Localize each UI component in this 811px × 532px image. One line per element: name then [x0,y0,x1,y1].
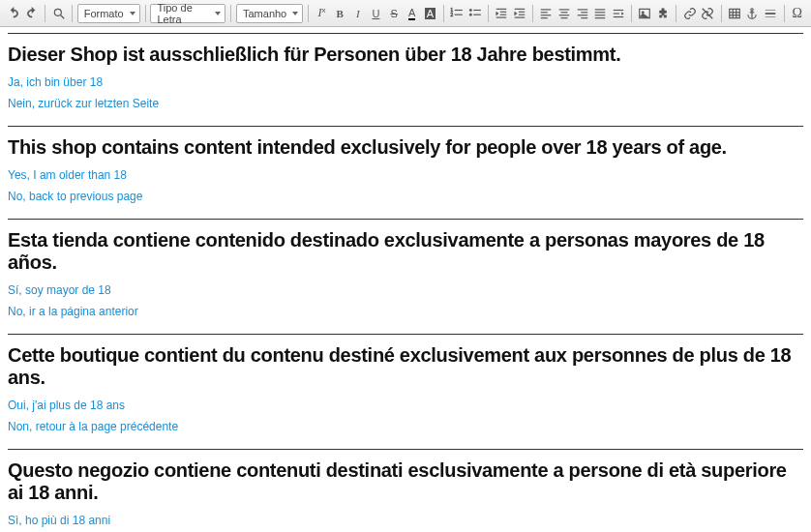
separator [45,5,45,22]
strikethrough-icon[interactable]: S [386,4,403,23]
yes-link[interactable]: Yes, I am older than 18 [8,168,803,182]
unlink-icon[interactable] [700,4,716,23]
separator [532,5,533,22]
bold-icon[interactable]: B [332,4,348,23]
ordered-list-icon[interactable]: 12 [449,4,466,23]
redo-icon[interactable] [24,4,41,23]
format-label: Formato [84,8,124,19]
separator [721,5,722,22]
search-icon[interactable] [50,4,67,23]
anchor-icon[interactable] [744,4,761,23]
hr-icon[interactable] [763,4,779,23]
yes-link[interactable]: Ja, ich bin über 18 [8,75,803,89]
heading: Cette boutique contient du contenu desti… [8,344,803,389]
separator [230,5,231,22]
svg-point-6 [469,9,471,11]
section-de: Dieser Shop ist ausschließlich für Perso… [8,33,803,126]
svg-point-45 [751,8,753,10]
italic-icon[interactable]: I [349,4,366,23]
undo-icon[interactable] [6,4,22,23]
image-icon[interactable] [637,4,653,23]
separator [72,5,73,22]
heading: Esta tienda contiene contenido destinado… [8,229,803,274]
align-center-icon[interactable] [556,4,573,23]
align-right-icon[interactable] [574,4,590,23]
yes-link[interactable]: Sì, ho più di 18 anni [8,514,803,527]
section-en: This shop contains content intended excl… [8,126,803,219]
clear-format-icon[interactable]: Ix [314,4,330,23]
svg-rect-40 [730,9,740,17]
font-select[interactable]: Tipo de Letra [150,4,225,23]
heading: Questo negozio contiene contenuti destin… [8,459,803,504]
size-select[interactable]: Tamanho [236,4,303,23]
section-fr: Cette boutique contient du contenu desti… [8,334,803,449]
outdent-icon[interactable] [494,4,510,23]
bg-color-icon[interactable]: A [422,4,438,23]
separator [308,5,309,22]
separator [631,5,632,22]
svg-point-0 [54,9,61,15]
yes-link[interactable]: Oui, j'ai plus de 18 ans [8,399,803,412]
no-link[interactable]: Nein, zurück zur letzten Seite [8,97,803,110]
link-icon[interactable] [681,4,698,23]
svg-point-8 [469,14,471,15]
separator [676,5,676,22]
font-label: Tipo de Letra [157,2,209,25]
section-es: Esta tienda contiene contenido destinado… [8,219,803,334]
separator [488,5,489,22]
yes-link[interactable]: Sí, soy mayor de 18 [8,283,803,297]
underline-icon[interactable]: U [368,4,384,23]
align-menu-icon[interactable] [611,4,627,23]
table-icon[interactable] [726,4,742,23]
editor-content[interactable]: Dieser Shop ist ausschließlich für Perso… [0,27,811,532]
heading: Dieser Shop ist ausschließlich für Perso… [8,44,803,66]
text-color-icon[interactable]: A [404,4,420,23]
unordered-list-icon[interactable] [466,4,483,23]
plugin-icon[interactable] [655,4,672,23]
align-left-icon[interactable] [538,4,555,23]
svg-text:2: 2 [451,12,454,16]
heading: This shop contains content intended excl… [8,136,803,159]
no-link[interactable]: Non, retour à la page précédente [8,420,803,433]
no-link[interactable]: No, ir a la página anterior [8,305,803,318]
svg-line-1 [60,15,64,18]
format-select[interactable]: Formato [77,4,140,23]
no-link[interactable]: No, back to previous page [8,190,803,203]
indent-icon[interactable] [511,4,527,23]
align-justify-icon[interactable] [592,4,609,23]
separator [784,5,785,22]
separator [443,5,444,22]
size-label: Tamanho [243,8,286,19]
editor-toolbar: Formato Tipo de Letra Tamanho Ix B I U S… [0,0,811,27]
section-it: Questo negozio contiene contenuti destin… [8,449,803,532]
separator [145,5,146,22]
omega-icon[interactable]: Ω [789,4,805,23]
